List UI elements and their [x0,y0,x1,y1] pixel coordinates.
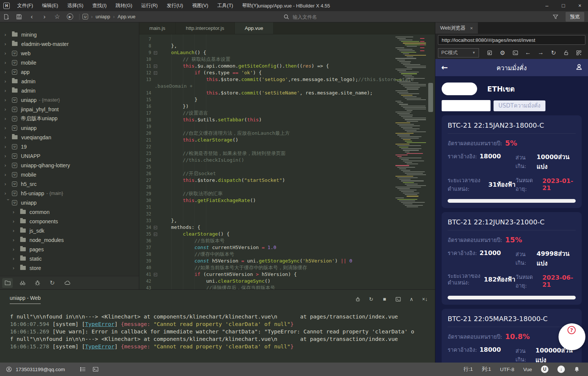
console-tab[interactable]: uniapp - Web [10,295,41,304]
editor-tab[interactable]: App.vue [235,22,274,34]
invest-card[interactable]: BTC-21 22:15JAN23-18000-Cอัตราผลตอบแทนรา… [442,115,582,208]
chevron-right-icon[interactable]: › [4,88,12,93]
sync-panel-icon[interactable]: ↻ [47,278,57,288]
devtools-icon[interactable] [509,48,522,58]
chevron-right-icon[interactable]: › [13,256,20,261]
chevron-down-icon[interactable]: › [6,199,11,206]
tree-item[interactable]: ›Uh5-uniapp- {main} [0,189,139,198]
clear-console-icon[interactable]: ×↓ [421,296,428,302]
menu-item[interactable]: 文件(F) [13,1,37,10]
chevron-right-icon[interactable]: › [4,50,12,56]
tree-item[interactable]: ›pages [0,245,139,254]
browser-back-icon[interactable]: ← [522,48,534,58]
tree-item[interactable]: ›static [0,254,139,263]
chevron-right-icon[interactable]: › [4,60,12,65]
browser-tab[interactable]: Web浏览器 × [435,22,478,34]
chevron-right-icon[interactable]: › [4,32,12,37]
chevron-right-icon[interactable]: › [4,69,12,75]
menu-item[interactable]: 工具(T) [214,1,237,10]
menu-item[interactable]: 发行(U) [163,1,187,10]
fold-marker[interactable]: – [151,69,159,76]
chevron-right-icon[interactable]: › [4,41,12,47]
search-panel-icon[interactable] [17,278,28,288]
file-search-box[interactable] [283,13,373,21]
account-icon[interactable] [6,366,12,372]
terminal-icon[interactable] [395,296,401,302]
tree-item[interactable]: ›Umobile [0,170,139,179]
tree-item[interactable]: ›Uuniapp [0,123,139,133]
back-arrow-icon[interactable]: ← [441,63,448,72]
terminal-status-icon[interactable] [93,366,99,372]
tree-item[interactable]: ›common [0,207,139,217]
close-button[interactable]: × [572,0,588,11]
code-area[interactable]: 78 },9– onLaunch() {10 // 获取站点基本设置11– th… [139,34,435,289]
notification-bell-icon[interactable] [574,366,580,372]
chevron-right-icon[interactable]: › [4,144,12,149]
chevron-right-icon[interactable]: › [4,97,12,103]
stop-icon[interactable]: ■ [381,296,388,302]
encoding-indicator[interactable]: UTF-8 [500,367,514,372]
tree-item[interactable]: ›admin [0,86,139,95]
chevron-right-icon[interactable]: › [4,116,12,121]
run-icon[interactable]: ▶ [63,12,76,22]
chevron-right-icon[interactable]: › [4,153,12,159]
tree-item[interactable]: ›admin [0,77,139,86]
chevron-right-icon[interactable]: › [4,125,12,131]
error-link[interactable]: TypeError [85,344,115,349]
device-mode-select[interactable]: PC模式 ▼ [438,48,479,58]
debug-icon[interactable] [354,296,361,302]
maximize-button[interactable]: □ [555,0,572,11]
fold-marker[interactable]: – [151,63,159,69]
account-email[interactable]: 1735031199@qq.com [16,367,65,372]
cursor-row-indicator[interactable]: 行:1 [464,366,473,373]
menu-item[interactable]: 编辑(E) [38,1,62,10]
minimap[interactable] [394,34,426,289]
editor-scrollbar-thumb[interactable] [428,83,433,112]
tree-item[interactable]: ›vueqiangdan [0,133,139,142]
tree-item[interactable]: ›Uh5_src [0,179,139,189]
chevron-right-icon[interactable]: › [13,228,20,233]
settings-gear-icon[interactable]: ⚙ [496,48,509,58]
fold-marker[interactable]: – [151,271,159,278]
open-external-icon[interactable] [483,48,496,58]
chevron-right-icon[interactable]: › [13,218,20,224]
tree-item[interactable]: ›components [0,217,139,226]
restart-icon[interactable]: ↻ [368,296,374,302]
tree-item[interactable]: ›Umobile [0,58,139,67]
chevron-right-icon[interactable]: › [4,172,12,177]
search-input[interactable] [293,14,364,20]
chevron-right-icon[interactable]: › [13,246,20,252]
save-icon[interactable] [13,12,25,22]
usdt-wealth-button[interactable]: USDTความมั่งคั่ง [494,100,545,111]
bookmark-star-icon[interactable]: ☆ [51,12,63,22]
navigate-back-icon[interactable]: ‹ [25,12,38,22]
files-panel-icon[interactable] [2,278,13,288]
tree-item[interactable]: ›Uapp [0,67,139,77]
tree-item[interactable]: ›UUNIAPP [0,151,139,161]
error-link[interactable]: TypeError [85,321,115,327]
chevron-right-icon[interactable]: › [4,106,12,112]
cloud-panel-icon[interactable] [62,278,72,288]
cursor-col-indicator[interactable]: 列:1 [482,366,491,373]
close-tab-icon[interactable]: × [470,25,473,31]
tree-item[interactable]: ›js_sdk [0,226,139,235]
unlock-icon[interactable] [560,48,573,58]
chevron-right-icon[interactable]: › [13,265,20,271]
preview-button[interactable]: 预览 [566,12,584,22]
new-file-icon[interactable] [0,12,13,22]
menu-item[interactable]: 视图(V) [188,1,212,10]
task-list-icon[interactable] [80,366,86,372]
chevron-right-icon[interactable]: › [4,78,12,84]
chevron-right-icon[interactable]: › [4,190,12,196]
chevron-right-icon[interactable]: › [4,134,12,140]
user-icon[interactable] [575,63,583,72]
help-float-button[interactable]: ? [559,323,585,350]
navigate-forward-icon[interactable]: › [38,12,51,22]
tree-item[interactable]: ›mining [0,30,139,39]
url-input[interactable] [438,35,585,45]
refresh-icon[interactable]: ↻ [547,48,560,58]
browser-forward-icon[interactable]: → [534,48,547,58]
update-download-icon[interactable]: ↓ [557,366,565,373]
tree-item[interactable]: ›Uweb [0,49,139,58]
syntax-indicator[interactable]: Vue [523,367,532,372]
